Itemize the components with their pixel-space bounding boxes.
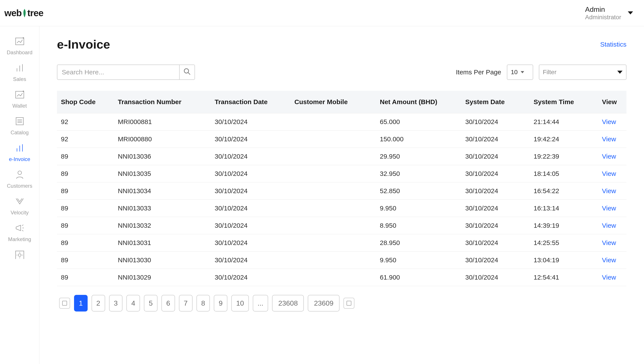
- cell-shop-code: 92: [57, 130, 114, 148]
- megaphone-icon: [14, 222, 26, 234]
- table-row: 89NNI01303030/10/20249.95030/10/202413:0…: [57, 252, 626, 269]
- sidebar-item-catalog[interactable]: Catalog: [0, 115, 39, 136]
- pagination-ellipsis: ...: [253, 295, 268, 312]
- search-button[interactable]: [179, 65, 194, 80]
- sidebar-item-sales[interactable]: Sales: [0, 62, 39, 82]
- sidebar-item-label: Dashboard: [7, 50, 33, 56]
- statistics-link[interactable]: Statistics: [600, 41, 626, 48]
- pagination-page[interactable]: 23609: [308, 295, 340, 312]
- sidebar-item-label: Sales: [13, 76, 26, 82]
- view-link[interactable]: View: [602, 136, 616, 142]
- cell-txn-number: NNI013031: [114, 234, 211, 252]
- cell-net-amount: 8.950: [376, 217, 461, 234]
- cell-txn-date: 30/10/2024: [211, 113, 290, 130]
- cell-net-amount: 9.950: [376, 252, 461, 269]
- search-input[interactable]: [57, 65, 179, 80]
- pagination-first[interactable]: [59, 298, 70, 309]
- svg-line-18: [22, 230, 23, 231]
- cell-net-amount: 9.950: [376, 200, 461, 217]
- cell-system-date: 30/10/2024: [461, 165, 530, 182]
- sidebar-item-customers[interactable]: Customers: [0, 168, 39, 189]
- cell-txn-number: NNI013032: [114, 217, 211, 234]
- cell-txn-date: 30/10/2024: [211, 200, 290, 217]
- items-per-page-select[interactable]: 10: [507, 64, 533, 80]
- cell-shop-code: 89: [57, 217, 114, 234]
- col-shop-code: Shop Code: [57, 91, 114, 113]
- cell-net-amount: 52.850: [376, 182, 461, 200]
- cell-system-date: 30/10/2024: [461, 148, 530, 165]
- svg-point-15: [18, 171, 22, 174]
- search-icon: [183, 68, 191, 77]
- pagination-last[interactable]: [343, 298, 354, 309]
- svg-point-25: [184, 69, 189, 73]
- col-txn-date: Transaction Date: [211, 91, 290, 113]
- sidebar: Dashboard Sales Wallet Catalog e-Invoice: [0, 26, 40, 364]
- cell-view: View: [598, 130, 626, 148]
- view-link[interactable]: View: [602, 222, 616, 229]
- table-row: 92MRI00088130/10/202465.00030/10/202421:…: [57, 113, 626, 130]
- view-link[interactable]: View: [602, 187, 616, 194]
- cell-txn-date: 30/10/2024: [211, 148, 290, 165]
- view-link[interactable]: View: [602, 204, 616, 212]
- cell-txn-number: MRI000880: [114, 130, 211, 148]
- pagination-page[interactable]: 3: [109, 295, 123, 312]
- sidebar-item-dashboard[interactable]: Dashboard: [0, 35, 39, 56]
- cell-txn-date: 30/10/2024: [211, 234, 290, 252]
- view-link[interactable]: View: [602, 153, 616, 160]
- table-row: 89NNI01303430/10/202452.85030/10/202416:…: [57, 182, 626, 200]
- cell-txn-date: 30/10/2024: [211, 252, 290, 269]
- view-link[interactable]: View: [602, 239, 616, 246]
- brand-logo[interactable]: web tree: [5, 8, 43, 18]
- cell-shop-code: 89: [57, 200, 114, 217]
- sidebar-item-velocity[interactable]: Velocity: [0, 195, 39, 216]
- sidebar-item-label: Customers: [7, 183, 32, 189]
- cell-txn-date: 30/10/2024: [211, 165, 290, 182]
- pagination-page[interactable]: 10: [231, 295, 249, 312]
- bars-icon: [14, 62, 26, 74]
- cell-system-time: 14:39:19: [530, 217, 598, 234]
- cell-system-time: 19:42:24: [530, 130, 598, 148]
- pagination-page[interactable]: 1: [74, 295, 88, 312]
- svg-rect-6: [16, 91, 24, 98]
- cell-system-time: 16:54:22: [530, 182, 598, 200]
- sidebar-item-einvoice[interactable]: e-Invoice: [0, 142, 39, 162]
- cell-customer-mobile: [290, 165, 376, 182]
- cell-net-amount: 61.900: [376, 269, 461, 286]
- view-link[interactable]: View: [602, 256, 616, 264]
- filter-select[interactable]: Filter: [539, 64, 626, 80]
- search-box: [57, 64, 195, 80]
- pagination-page[interactable]: 5: [144, 295, 157, 312]
- cell-system-time: 14:25:55: [530, 234, 598, 252]
- pagination: 12345678910...2360823609: [57, 295, 626, 312]
- cell-net-amount: 29.950: [376, 148, 461, 165]
- cell-customer-mobile: [290, 113, 376, 130]
- leaf-icon: [21, 8, 28, 18]
- cell-shop-code: 89: [57, 182, 114, 200]
- sidebar-item-wallet[interactable]: Wallet: [0, 88, 39, 109]
- pagination-page[interactable]: 9: [214, 295, 227, 312]
- pagination-page[interactable]: 23608: [272, 295, 304, 312]
- view-link[interactable]: View: [602, 170, 616, 177]
- cell-shop-code: 89: [57, 269, 114, 286]
- pagination-page[interactable]: 2: [92, 295, 105, 312]
- col-net-amount: Net Amount (BHD): [376, 91, 461, 113]
- view-link[interactable]: View: [602, 118, 616, 125]
- cell-customer-mobile: [290, 148, 376, 165]
- chevron-down-icon: [521, 71, 524, 73]
- sidebar-item-settings[interactable]: [0, 248, 39, 261]
- table-row: 92MRI00088030/10/2024150.00030/10/202419…: [57, 130, 626, 148]
- square-icon: [347, 301, 351, 306]
- view-link[interactable]: View: [602, 274, 616, 281]
- filter-placeholder: Filter: [543, 69, 556, 76]
- cell-view: View: [598, 148, 626, 165]
- pagination-page[interactable]: 8: [196, 295, 210, 312]
- gear-box-icon: [14, 248, 26, 261]
- cell-view: View: [598, 113, 626, 130]
- pagination-page[interactable]: 7: [179, 295, 192, 312]
- pagination-page[interactable]: 4: [126, 295, 140, 312]
- user-menu[interactable]: Admin Administrator: [585, 5, 633, 21]
- sidebar-item-marketing[interactable]: Marketing: [0, 222, 39, 242]
- pagination-page[interactable]: 6: [161, 295, 175, 312]
- svg-rect-1: [16, 38, 24, 44]
- cell-system-date: 30/10/2024: [461, 234, 530, 252]
